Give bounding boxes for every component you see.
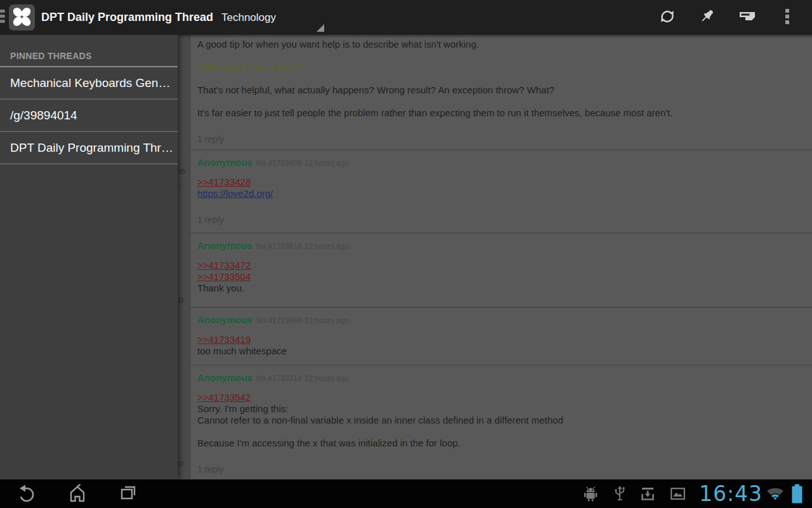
post: AnonymousNo.4173366612 hours ago >>41733…	[190, 308, 812, 366]
post: AnonymousNo.4173371412 hours ago >>41733…	[190, 366, 812, 479]
system-bar: 16:43	[0, 479, 812, 508]
wifi-icon	[766, 486, 785, 502]
refresh-icon	[659, 8, 676, 27]
gallery-icon	[671, 488, 685, 500]
post-number: No.41733609	[256, 159, 302, 168]
poster-name: Anonymous	[197, 314, 252, 325]
page-title: DPT Daily Programming Thread	[41, 0, 213, 35]
overflow-menu-button[interactable]	[767, 0, 807, 35]
post-number: No.41733666	[256, 316, 302, 325]
overflow-menu-icon	[785, 8, 790, 27]
android-debug-icon	[584, 486, 598, 502]
poster-name: Anonymous	[197, 372, 252, 383]
quote-link[interactable]: >>41733419	[197, 334, 251, 345]
pinned-threads-drawer: PINNED THREADS Mechanical Keyboards Gen……	[0, 35, 178, 479]
post: A good tip for when you want help is to …	[190, 35, 812, 150]
sidebar-item-mechanical-keyboards[interactable]: Mechanical Keyboards Gen…	[0, 67, 178, 100]
battery-icon	[791, 484, 803, 504]
post-time: 12 hours ago	[304, 242, 349, 251]
post-number: No.41733714	[256, 374, 302, 383]
post-header: AnonymousNo.4173360912 hours ago	[197, 157, 802, 169]
replies-link[interactable]: 1 reply	[197, 464, 802, 475]
usb-icon	[614, 486, 625, 502]
home-icon	[67, 483, 88, 505]
sidebar-item-dpt-thread[interactable]: DPT Daily Programming Thr…	[0, 132, 178, 164]
post-list: A good tip for when you want help is to …	[190, 35, 812, 479]
poster-name: Anonymous	[197, 240, 252, 251]
post-text: Sorry. I'm getting this:	[197, 403, 802, 415]
quote-link[interactable]: >>41733472	[197, 260, 251, 271]
back-button[interactable]	[4, 479, 49, 508]
replies-link[interactable]: 1 reply	[197, 133, 802, 145]
download-icon	[641, 487, 655, 501]
drawer-edge-indicator-icon	[0, 10, 5, 25]
replies-link[interactable]: 1 reply	[197, 214, 802, 225]
post-text: That's not helpful, what actually happen…	[197, 84, 802, 96]
post-header: AnonymousNo.4173366612 hours ago	[197, 314, 802, 326]
greentext-line: >Why can't I use x here?	[197, 62, 802, 73]
status-area[interactable]: 16:43	[584, 479, 803, 508]
peek-text-fragment: o	[178, 294, 183, 305]
app-clover-icon[interactable]	[9, 4, 35, 30]
thread-view-dimmed: le ’ o o A good tip for when you want he…	[178, 35, 812, 479]
post-text: Thank you.	[197, 283, 802, 294]
back-icon	[16, 483, 37, 505]
actionbar-shadow	[178, 35, 812, 38]
post-text: A good tip for when you want help is to …	[197, 39, 802, 50]
peek-text-fragment: le	[178, 165, 186, 177]
post-time: 12 hours ago	[304, 316, 349, 325]
peek-text-fragment: o	[178, 457, 183, 469]
reply-button[interactable]	[727, 0, 767, 35]
reply-icon	[738, 8, 757, 27]
recents-icon	[117, 483, 139, 505]
post-time: 12 hours ago	[304, 159, 349, 168]
board-spinner[interactable]: Technology	[221, 0, 276, 35]
drawer-section-header: PINNED THREADS	[0, 35, 178, 67]
poster-name: Anonymous	[197, 157, 252, 168]
post: AnonymousNo.4173361612 hours ago >>41733…	[190, 234, 812, 308]
pin-button[interactable]	[687, 0, 727, 35]
quote-link[interactable]: >>41733504	[197, 271, 251, 282]
refresh-button[interactable]	[647, 0, 687, 35]
quote-link[interactable]: >>41733542	[197, 392, 251, 403]
action-buttons	[647, 0, 807, 35]
home-button[interactable]	[55, 479, 100, 508]
post-text: It's far easier to just tell people the …	[197, 107, 802, 119]
url-link[interactable]: https://love2d.org/	[197, 188, 273, 199]
clock: 16:43	[699, 479, 763, 508]
screen: le ’ o o A good tip for when you want he…	[0, 0, 812, 508]
post-text: too much whitespace	[197, 345, 802, 357]
post: AnonymousNo.4173360912 hours ago >>41733…	[190, 150, 812, 234]
spinner-caret-icon	[317, 24, 324, 32]
pin-icon	[698, 8, 716, 27]
post-header: AnonymousNo.4173361612 hours ago	[197, 240, 802, 252]
post-header: AnonymousNo.4173371412 hours ago	[197, 372, 802, 384]
recents-button[interactable]	[106, 479, 150, 508]
quote-link[interactable]: >>41733428	[197, 177, 251, 187]
post-time: 12 hours ago	[304, 374, 349, 383]
action-bar: DPT Daily Programming Thread Technology	[0, 0, 812, 35]
post-text: Cannot refer to a non-final variable x i…	[197, 415, 802, 426]
sidebar-item-g-39894014[interactable]: /g/39894014	[0, 100, 178, 132]
post-number: No.41733616	[256, 242, 302, 251]
peek-text-fragment: ’	[178, 182, 180, 194]
post-text: Because I'm accessing the x that was ini…	[197, 438, 802, 449]
